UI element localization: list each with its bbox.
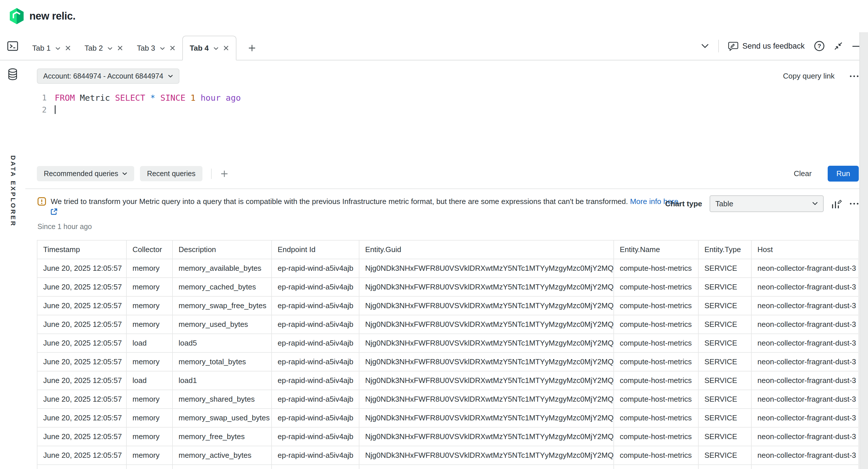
column-header[interactable]: Timestamp [37, 240, 126, 259]
tab-overflow-chevron-icon[interactable] [701, 43, 709, 48]
table-cell: June 20, 2025 12:05:57 [37, 446, 126, 465]
chevron-down-icon[interactable] [213, 47, 219, 51]
column-header[interactable]: Entity.Type [699, 240, 751, 259]
table-cell: memory [126, 278, 173, 296]
column-header[interactable]: Entity.Name [614, 240, 699, 259]
table-row[interactable]: June 20, 2025 12:05:57memorymemory_free_… [37, 427, 859, 446]
account-selector[interactable]: Account: 6844974 - Account 6844974 [37, 68, 179, 84]
table-cell: Njg0NDk3NHxFWFR8U0VSVklDRXwtMzY5NTc1MTYy… [359, 427, 614, 446]
account-row: Account: 6844974 - Account 6844974 Copy … [25, 60, 868, 84]
chevron-down-icon [812, 202, 818, 206]
column-header[interactable]: Host [751, 240, 859, 259]
table-cell: SERVICE [699, 409, 751, 427]
external-link-icon[interactable] [50, 208, 58, 215]
tab-4[interactable]: Tab 4 [182, 36, 237, 60]
table-cell: memory [126, 465, 173, 469]
table-cell: compute-host-metrics [614, 409, 699, 427]
table-cell: June 20, 2025 12:05:57 [37, 334, 126, 353]
table-cell: Njg0NDk3NHxFWFR8U0VSVklDRXwtMzY5NTc1MTYy… [359, 334, 614, 353]
app-root: new relic. Tab 1 Tab 2 Tab 3 [0, 0, 868, 469]
table-row[interactable]: June 20, 2025 12:05:57memorymemory_avail… [37, 259, 859, 278]
table-cell: memory_used_bytes [173, 315, 272, 334]
tab-3[interactable]: Tab 3 [130, 36, 182, 60]
table-cell: memory [126, 427, 173, 446]
table-row[interactable]: June 20, 2025 12:05:57memorymemory_swap_… [37, 296, 859, 315]
add-query-button[interactable] [220, 170, 228, 178]
close-tab-icon[interactable] [223, 45, 229, 51]
recent-queries-button[interactable]: Recent queries [140, 166, 202, 181]
chart-more-icon[interactable] [849, 203, 859, 205]
table-header-row: TimestampCollectorDescriptionEndpoint Id… [37, 240, 859, 259]
new-relic-logo[interactable]: new relic. [9, 8, 75, 24]
table-row[interactable]: June 20, 2025 12:05:57memorymemory_buffe… [37, 465, 859, 469]
feedback-label: Send us feedback [742, 42, 805, 51]
chart-type-select[interactable]: Table [710, 195, 824, 212]
table-cell: June 20, 2025 12:05:57 [37, 278, 126, 296]
add-tab-button[interactable] [243, 36, 260, 60]
tab-label: Tab 4 [190, 44, 209, 53]
close-tab-icon[interactable] [117, 45, 123, 51]
query-console-icon[interactable] [0, 32, 25, 60]
close-tab-icon[interactable] [65, 45, 71, 51]
table-row[interactable]: June 20, 2025 12:05:57loadload5ep-rapid-… [37, 334, 859, 353]
code-token: Metric [75, 93, 115, 103]
table-cell: ep-rapid-wind-a5iv4ajb [272, 278, 359, 296]
table-row[interactable]: June 20, 2025 12:05:57memorymemory_cache… [37, 278, 859, 296]
collapse-icon[interactable] [834, 42, 843, 51]
close-tab-icon[interactable] [169, 45, 175, 51]
help-button[interactable]: ? [814, 40, 825, 52]
tab-label: Tab 2 [85, 44, 103, 53]
column-header[interactable]: Description [173, 240, 272, 259]
tab-2[interactable]: Tab 2 [78, 36, 130, 60]
clear-button[interactable]: Clear [794, 169, 811, 178]
tab-1[interactable]: Tab 1 [25, 36, 78, 60]
data-explorer-icon[interactable] [7, 68, 19, 80]
table-row[interactable]: June 20, 2025 12:05:57loadload1ep-rapid-… [37, 371, 859, 390]
table-cell: compute-host-metrics [614, 278, 699, 296]
chevron-down-icon[interactable] [55, 47, 60, 51]
table-cell: neon-collector-fragrant-dust-3 [751, 390, 859, 409]
tab-bar: Tab 1 Tab 2 Tab 3 Tab 4 [0, 32, 868, 60]
column-header[interactable]: Collector [126, 240, 173, 259]
table-cell: SERVICE [699, 296, 751, 315]
tab-label: Tab 1 [32, 44, 51, 53]
table-row[interactable]: June 20, 2025 12:05:57memorymemory_share… [37, 390, 859, 409]
table-cell: June 20, 2025 12:05:57 [37, 296, 126, 315]
table-cell: neon-collector-fragrant-dust-3 [751, 315, 859, 334]
query-content: Account: 6844974 - Account 6844974 Copy … [25, 60, 868, 469]
table-cell: Njg0NDk3NHxFWFR8U0VSVklDRXwtMzY5NTc1MTYy… [359, 371, 614, 390]
table-cell: memory [126, 390, 173, 409]
copy-query-link-button[interactable]: Copy query link [783, 72, 835, 80]
minimize-icon[interactable] [852, 42, 860, 50]
more-options-icon[interactable] [849, 75, 859, 77]
table-row[interactable]: June 20, 2025 12:05:57memorymemory_swap_… [37, 409, 859, 427]
chevron-down-icon[interactable] [160, 47, 165, 51]
table-cell: Njg0NDk3NHxFWFR8U0VSVklDRXwtMzY5NTc1MTYy… [359, 465, 614, 469]
table-cell: neon-collector-fragrant-dust-3 [751, 353, 859, 371]
table-cell: neon-collector-fragrant-dust-3 [751, 296, 859, 315]
editor-line[interactable]: 2 [39, 104, 868, 116]
results-header: We tried to transform your Metric query … [25, 189, 868, 235]
column-header[interactable]: Entity.Guid [359, 240, 614, 259]
table-cell: load1 [173, 371, 272, 390]
query-editor[interactable]: 1FROM Metric SELECT * SINCE 1 hour ago2 [25, 84, 868, 161]
table-row[interactable]: June 20, 2025 12:05:57memorymemory_used_… [37, 315, 859, 334]
line-number: 1 [39, 92, 46, 104]
table-cell: memory_cached_bytes [173, 278, 272, 296]
code-token [155, 93, 160, 103]
table-cell: ep-rapid-wind-a5iv4ajb [272, 353, 359, 371]
table-cell: ep-rapid-wind-a5iv4ajb [272, 465, 359, 469]
recommended-queries-button[interactable]: Recommended queries [37, 166, 134, 181]
chevron-down-icon[interactable] [107, 47, 113, 51]
results-table-body: June 20, 2025 12:05:57memorymemory_avail… [37, 259, 859, 469]
table-row[interactable]: June 20, 2025 12:05:57memorymemory_total… [37, 353, 859, 371]
table-cell: memory_swap_free_bytes [173, 296, 272, 315]
table-cell: June 20, 2025 12:05:57 [37, 371, 126, 390]
table-row[interactable]: June 20, 2025 12:05:57memorymemory_activ… [37, 446, 859, 465]
send-feedback-button[interactable]: Send us feedback [728, 41, 805, 51]
run-button[interactable]: Run [828, 166, 859, 181]
chart-edit-icon[interactable] [831, 199, 842, 209]
vertical-divider [718, 40, 719, 53]
column-header[interactable]: Endpoint Id [272, 240, 359, 259]
editor-line[interactable]: 1FROM Metric SELECT * SINCE 1 hour ago [39, 92, 868, 104]
